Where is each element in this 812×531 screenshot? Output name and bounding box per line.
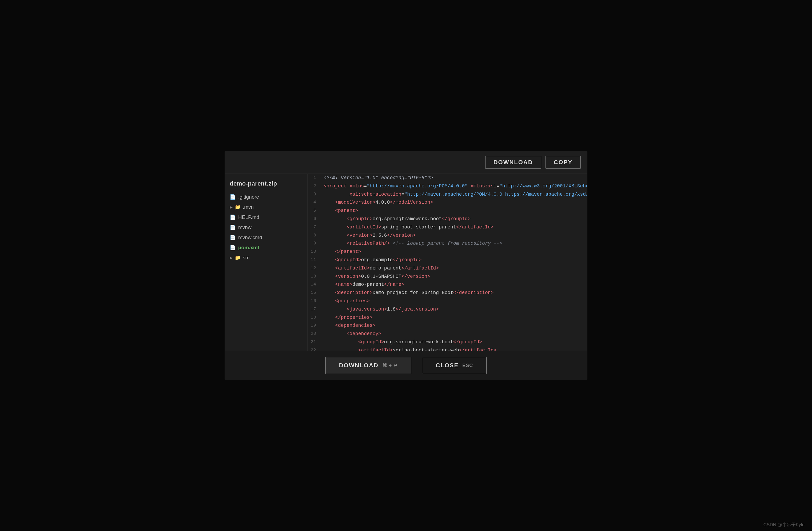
code-table: 1<?xml version="1.0" encoding="UTF-8"?>2… — [307, 174, 587, 351]
modal-top-bar: DOWNLOAD COPY — [225, 151, 587, 174]
modal: DOWNLOAD COPY demo-parent.zip 📄 .gitigno… — [224, 151, 588, 380]
sidebar-item-helpmd[interactable]: 📄 HELP.md — [225, 212, 307, 222]
line-number: 4 — [307, 198, 321, 207]
line-number: 10 — [307, 248, 321, 256]
line-content: <name>demo-parent</name> — [321, 280, 587, 289]
code-panel: 1<?xml version="1.0" encoding="UTF-8"?>2… — [307, 174, 587, 351]
sidebar-item-label: HELP.md — [238, 214, 259, 220]
line-content: <?xml version="1.0" encoding="UTF-8"?> — [321, 174, 587, 182]
table-row: 8 <version>2.5.6</version> — [307, 231, 587, 240]
line-content: </parent> — [321, 248, 587, 256]
sidebar-item-mvnw[interactable]: 📄 mvnw — [225, 222, 307, 233]
line-content: <properties> — [321, 297, 587, 305]
file-icon: 📄 — [230, 235, 235, 240]
table-row: 1<?xml version="1.0" encoding="UTF-8"?> — [307, 174, 587, 182]
file-icon: 📄 — [230, 194, 235, 200]
table-row: 9 <relativePath/> <!-- lookup parent fro… — [307, 239, 587, 248]
table-row: 7 <artifactId>spring-boot-starter-parent… — [307, 223, 587, 231]
table-row: 17 <java.version>1.8</java.version> — [307, 305, 587, 313]
sidebar-item-label: src — [243, 255, 249, 261]
line-content: <version>2.5.6</version> — [321, 231, 587, 240]
line-number: 13 — [307, 272, 321, 281]
line-content: <relativePath/> <!-- lookup parent from … — [321, 239, 587, 248]
sidebar-item-src[interactable]: ▶ 📁 src — [225, 253, 307, 263]
sidebar-item-label: mvnw — [238, 224, 251, 230]
line-number: 14 — [307, 280, 321, 289]
line-number: 7 — [307, 223, 321, 231]
close-footer-button[interactable]: CLOSE ESC — [422, 357, 487, 374]
line-content: <version>0.0.1-SNAPSHOT</version> — [321, 272, 587, 281]
table-row: 5 <parent> — [307, 207, 587, 215]
watermark: CSDN @半吊子Kyle — [764, 522, 804, 528]
modal-footer: DOWNLOAD ⌘ + ↵ CLOSE ESC — [225, 351, 587, 380]
line-content: <groupId>org.springframework.boot</group… — [321, 338, 587, 346]
line-number: 18 — [307, 313, 321, 322]
table-row: 12 <artifactId>demo-parent</artifactId> — [307, 264, 587, 272]
table-row: 13 <version>0.0.1-SNAPSHOT</version> — [307, 272, 587, 281]
line-number: 17 — [307, 305, 321, 313]
folder-icon: 📁 — [235, 255, 241, 261]
table-row: 3 xsi:schemaLocation="http://maven.apach… — [307, 190, 587, 198]
line-number: 19 — [307, 322, 321, 330]
file-sidebar: demo-parent.zip 📄 .gitignore ▶ 📁 .mvn 📄 … — [225, 174, 307, 351]
line-content: <artifactId>demo-parent</artifactId> — [321, 264, 587, 272]
table-row: 18 </properties> — [307, 313, 587, 322]
table-row: 4 <modelVersion>4.0.0</modelVersion> — [307, 198, 587, 207]
line-number: 15 — [307, 289, 321, 297]
line-content: <dependencies> — [321, 322, 587, 330]
line-number: 1 — [307, 174, 321, 182]
line-content: <groupId>org.springframework.boot</group… — [321, 215, 587, 223]
file-icon: 📄 — [230, 224, 235, 230]
folder-icon: 📁 — [235, 204, 241, 210]
line-number: 5 — [307, 207, 321, 215]
modal-body: demo-parent.zip 📄 .gitignore ▶ 📁 .mvn 📄 … — [225, 174, 587, 351]
table-row: 19 <dependencies> — [307, 322, 587, 330]
line-content: <groupId>org.example</groupId> — [321, 256, 587, 264]
sidebar-item-label: pom.xml — [238, 245, 259, 251]
line-number: 21 — [307, 338, 321, 346]
download-top-button[interactable]: DOWNLOAD — [485, 156, 541, 169]
line-number: 22 — [307, 346, 321, 351]
line-content: <artifactId>spring-boot-starter-web</art… — [321, 346, 587, 351]
sidebar-item-mvn[interactable]: ▶ 📁 .mvn — [225, 202, 307, 212]
download-kbd-hint: ⌘ + ↵ — [382, 363, 398, 368]
copy-top-button[interactable]: COPY — [546, 156, 581, 169]
line-number: 20 — [307, 330, 321, 338]
sidebar-item-label: .gitignore — [238, 194, 259, 200]
sidebar-item-label: mvnw.cmd — [238, 235, 262, 240]
download-footer-button[interactable]: DOWNLOAD ⌘ + ↵ — [325, 357, 411, 374]
sidebar-title: demo-parent.zip — [225, 176, 307, 192]
table-row: 16 <properties> — [307, 297, 587, 305]
line-content: <description>Demo project for Spring Boo… — [321, 289, 587, 297]
line-number: 3 — [307, 190, 321, 198]
table-row: 14 <name>demo-parent</name> — [307, 280, 587, 289]
line-content: <project xmlns="http://maven.apache.org/… — [321, 182, 587, 190]
sidebar-item-mvnwcmd[interactable]: 📄 mvnw.cmd — [225, 233, 307, 242]
chevron-right-icon: ▶ — [230, 256, 233, 260]
table-row: 22 <artifactId>spring-boot-starter-web</… — [307, 346, 587, 351]
table-row: 20 <dependency> — [307, 330, 587, 338]
chevron-right-icon: ▶ — [230, 205, 233, 209]
line-content: <modelVersion>4.0.0</modelVersion> — [321, 198, 587, 207]
close-kbd-hint: ESC — [462, 363, 473, 368]
line-content: xsi:schemaLocation="http://maven.apache.… — [321, 190, 587, 198]
line-number: 8 — [307, 231, 321, 240]
table-row: 10 </parent> — [307, 248, 587, 256]
sidebar-item-gitignore[interactable]: 📄 .gitignore — [225, 192, 307, 202]
line-number: 2 — [307, 182, 321, 190]
line-number: 12 — [307, 264, 321, 272]
line-number: 9 — [307, 239, 321, 248]
table-row: 11 <groupId>org.example</groupId> — [307, 256, 587, 264]
download-footer-label: DOWNLOAD — [339, 362, 378, 369]
line-content: <java.version>1.8</java.version> — [321, 305, 587, 313]
table-row: 15 <description>Demo project for Spring … — [307, 289, 587, 297]
line-content: <artifactId>spring-boot-starter-parent</… — [321, 223, 587, 231]
line-content: </properties> — [321, 313, 587, 322]
sidebar-item-pomxml[interactable]: 📄 pom.xml — [225, 242, 307, 253]
table-row: 6 <groupId>org.springframework.boot</gro… — [307, 215, 587, 223]
file-icon: 📄 — [230, 214, 235, 220]
modal-overlay: DOWNLOAD COPY demo-parent.zip 📄 .gitigno… — [0, 0, 812, 531]
close-footer-label: CLOSE — [436, 362, 459, 369]
line-number: 6 — [307, 215, 321, 223]
file-icon: 📄 — [230, 245, 235, 251]
